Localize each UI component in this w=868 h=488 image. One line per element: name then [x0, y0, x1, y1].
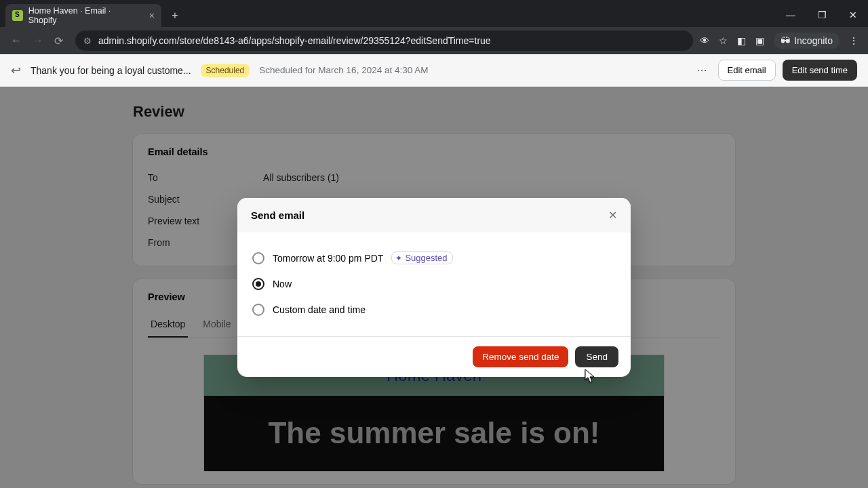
option-now[interactable]: Now: [251, 271, 617, 297]
browser-tab-bar: Home Haven · Email · Shopify × + — ❐ ✕: [0, 0, 868, 27]
extensions-icon[interactable]: ◧: [737, 35, 746, 46]
address-bar: ← → ⟳ ⚙ admin.shopify.com/store/de8143-a…: [0, 27, 868, 54]
eye-off-icon[interactable]: 👁: [700, 35, 709, 46]
app-back-icon[interactable]: ↩: [11, 63, 21, 78]
browser-chrome: Home Haven · Email · Shopify × + — ❐ ✕ ←…: [0, 0, 868, 54]
option-tomorrow-label: Tomorrow at 9:00 pm PDT: [273, 253, 383, 264]
bookmark-star-icon[interactable]: ☆: [719, 35, 728, 46]
status-badge: Scheduled: [201, 64, 250, 77]
url-input[interactable]: ⚙ admin.shopify.com/store/de8143-a6/apps…: [75, 30, 693, 51]
radio-icon: [252, 252, 264, 264]
suggested-badge: ✦ Suggested: [391, 251, 452, 264]
radio-icon: [252, 304, 264, 316]
browser-tab[interactable]: Home Haven · Email · Shopify ×: [5, 4, 161, 27]
radio-icon: [252, 278, 264, 290]
site-settings-icon[interactable]: ⚙: [83, 36, 92, 46]
incognito-badge[interactable]: 🕶 Incognito: [774, 33, 840, 49]
more-actions-icon[interactable]: ···: [693, 60, 711, 80]
modal-wrapper: Send email ✕ Tomorrow at 9:00 pm PDT ✦ S…: [0, 87, 868, 488]
reload-icon[interactable]: ⟳: [54, 35, 63, 47]
sparkle-icon: ✦: [395, 253, 402, 263]
send-email-modal: Send email ✕ Tomorrow at 9:00 pm PDT ✦ S…: [237, 198, 631, 377]
modal-close-icon[interactable]: ✕: [608, 209, 617, 222]
side-panel-icon[interactable]: ▣: [755, 35, 764, 46]
new-tab-button[interactable]: +: [165, 6, 184, 25]
email-title: Thank you for being a loyal custome...: [31, 65, 191, 76]
modal-title: Send email: [251, 209, 304, 221]
incognito-icon: 🕶: [781, 35, 790, 46]
close-tab-icon[interactable]: ×: [149, 10, 155, 21]
back-icon[interactable]: ←: [11, 35, 22, 47]
url-text: admin.shopify.com/store/de8143-a6/apps/s…: [98, 35, 491, 46]
remove-send-date-button[interactable]: Remove send date: [473, 346, 568, 367]
page-body: Review Email details To All subscribers …: [0, 87, 868, 488]
forward-icon[interactable]: →: [33, 35, 43, 47]
edit-send-time-button[interactable]: Edit send time: [783, 60, 857, 81]
option-tomorrow[interactable]: Tomorrow at 9:00 pm PDT ✦ Suggested: [251, 245, 617, 271]
tab-title: Home Haven · Email · Shopify: [28, 6, 140, 25]
option-custom[interactable]: Custom date and time: [251, 297, 617, 323]
edit-email-button[interactable]: Edit email: [718, 60, 776, 81]
close-window-button[interactable]: ✕: [838, 4, 868, 26]
window-controls: — ❐ ✕: [776, 3, 868, 27]
option-custom-label: Custom date and time: [273, 304, 366, 315]
send-button[interactable]: Send: [575, 346, 618, 367]
maximize-button[interactable]: ❐: [807, 4, 837, 26]
option-now-label: Now: [273, 279, 292, 289]
modal-footer: Remove send date Send: [237, 336, 631, 377]
modal-body: Tomorrow at 9:00 pm PDT ✦ Suggested Now …: [237, 232, 631, 336]
modal-header: Send email ✕: [237, 198, 631, 232]
kebab-menu-icon[interactable]: ⋮: [849, 35, 859, 46]
app-header: ↩ Thank you for being a loyal custome...…: [0, 54, 868, 87]
minimize-button[interactable]: —: [776, 4, 806, 26]
shopify-favicon-icon: [12, 10, 23, 21]
schedule-text: Scheduled for March 16, 2024 at 4:30 AM: [259, 65, 428, 75]
